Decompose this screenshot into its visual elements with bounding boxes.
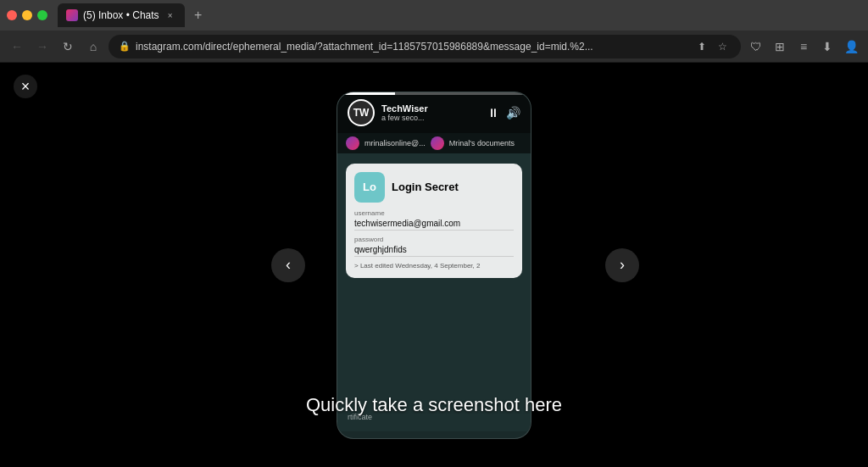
pause-icon[interactable]: ⏸ bbox=[487, 106, 499, 120]
phone-username: TechWiser bbox=[381, 103, 481, 114]
prev-media-button[interactable]: ‹ bbox=[271, 248, 305, 282]
password-field-label: password bbox=[354, 236, 514, 243]
phone-avatar: TW bbox=[348, 99, 375, 126]
content-area: × ‹ TW TechWiser a few seco... ⏸ 🔊 mrina… bbox=[0, 63, 868, 467]
app-card-header: Lo Login Secret bbox=[354, 172, 514, 203]
download-icon[interactable]: ⬇ bbox=[817, 36, 837, 57]
bookmark-icon[interactable]: ☆ bbox=[714, 38, 731, 55]
browser-chrome: (5) Inbox • Chats × + ← → ↻ ⌂ 🔒 instagra… bbox=[0, 0, 868, 63]
new-tab-button[interactable]: + bbox=[188, 5, 209, 25]
title-bar: (5) Inbox • Chats × + bbox=[0, 0, 868, 31]
username-field-value: techwisermedia@gmail.com bbox=[354, 219, 514, 231]
phone-top-bar: TW TechWiser a few seco... ⏸ 🔊 bbox=[337, 92, 531, 133]
tab-close-button[interactable]: × bbox=[164, 9, 176, 21]
phone-content: Lo Login Secret username techwisermedia@… bbox=[337, 153, 531, 431]
reload-button[interactable]: ↻ bbox=[58, 36, 78, 57]
phone-controls: ⏸ 🔊 bbox=[487, 106, 520, 120]
extensions-icon[interactable]: ⊞ bbox=[770, 36, 790, 57]
app-card: Lo Login Secret username techwisermedia@… bbox=[346, 164, 522, 278]
share-icon[interactable]: ⬆ bbox=[693, 38, 710, 55]
phone-frame: TW TechWiser a few seco... ⏸ 🔊 mrinaliso… bbox=[337, 92, 531, 439]
password-field-value: qwerghjdnfids bbox=[354, 245, 514, 257]
back-button[interactable]: ← bbox=[7, 36, 27, 57]
volume-icon[interactable]: 🔊 bbox=[506, 106, 520, 120]
app-name: Login Secret bbox=[392, 181, 459, 193]
more-tools-icon[interactable]: ≡ bbox=[793, 36, 814, 57]
toolbar-right: 🛡 ⊞ ≡ ⬇ 👤 bbox=[746, 36, 861, 57]
sub-avatar-icon bbox=[346, 136, 359, 150]
traffic-lights bbox=[7, 10, 47, 20]
close-viewer-button[interactable]: × bbox=[14, 75, 37, 98]
next-media-button[interactable]: › bbox=[605, 248, 639, 282]
lock-icon: 🔒 bbox=[119, 41, 131, 52]
tab-bar: (5) Inbox • Chats × + bbox=[58, 3, 209, 27]
minimize-traffic-light[interactable] bbox=[22, 10, 32, 20]
username-field-label: username bbox=[354, 209, 514, 217]
shield-toolbar-icon[interactable]: 🛡 bbox=[746, 36, 766, 57]
tab-label: (5) Inbox • Chats bbox=[83, 9, 159, 21]
last-edited-text: > Last edited Wednesday, 4 September, 2 bbox=[354, 262, 514, 270]
phone-time: a few seco... bbox=[381, 114, 481, 122]
app-icon: Lo bbox=[354, 172, 385, 203]
sub-doc: Mrinal's documents bbox=[449, 139, 515, 147]
password-field: password qwerghjdnfids bbox=[354, 236, 514, 257]
story-progress-fill bbox=[337, 92, 395, 95]
address-bar[interactable]: 🔒 instagram.com/direct/ephemeral_media/?… bbox=[108, 35, 741, 58]
username-field: username techwisermedia@gmail.com bbox=[354, 209, 514, 231]
sub-avatar2-icon bbox=[431, 136, 444, 150]
sub-username: mrinalisonline@... bbox=[364, 139, 426, 147]
active-tab[interactable]: (5) Inbox • Chats × bbox=[58, 3, 185, 27]
url-text: instagram.com/direct/ephemeral_media/?at… bbox=[136, 41, 688, 53]
toolbar: ← → ↻ ⌂ 🔒 instagram.com/direct/ephemeral… bbox=[0, 31, 868, 63]
tab-favicon-icon bbox=[66, 9, 78, 21]
story-sub-bar: mrinalisonline@... Mrinal's documents bbox=[337, 133, 531, 153]
home-button[interactable]: ⌂ bbox=[83, 36, 103, 57]
address-actions: ⬆ ☆ bbox=[693, 38, 731, 55]
media-caption: Quickly take a screenshot here bbox=[306, 394, 562, 416]
story-progress-bar bbox=[337, 92, 531, 95]
maximize-traffic-light[interactable] bbox=[37, 10, 47, 20]
phone-user-info: TechWiser a few seco... bbox=[381, 103, 481, 122]
profile-icon[interactable]: 👤 bbox=[841, 36, 861, 57]
close-traffic-light[interactable] bbox=[7, 10, 17, 20]
forward-button[interactable]: → bbox=[32, 36, 53, 57]
